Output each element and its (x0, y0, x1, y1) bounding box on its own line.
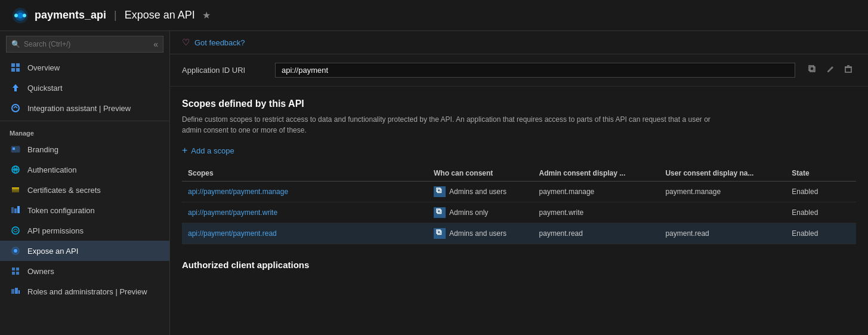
owners-label: Owners (27, 267, 54, 276)
feedback-label[interactable]: Got feedback? (194, 38, 245, 47)
col-header-state: State (786, 165, 856, 182)
sidebar-item-owners[interactable]: Owners (0, 261, 169, 281)
scope-link[interactable]: api://payment/payment.write (188, 208, 277, 217)
scopes-table: Scopes Who can consent Admin consent dis… (182, 165, 856, 244)
sidebar-item-expose-api[interactable]: Expose an API (0, 241, 169, 261)
sidebar-item-token[interactable]: Token configuration (0, 200, 169, 220)
copy-app-id-button[interactable] (805, 63, 820, 78)
copy-scope-icon[interactable] (434, 207, 446, 218)
feedback-bar: ♡ Got feedback? (170, 31, 868, 54)
token-icon (10, 204, 21, 216)
sidebar-item-branding[interactable]: Branding (0, 139, 169, 159)
delete-app-id-button[interactable] (841, 63, 856, 78)
svg-rect-29 (15, 288, 18, 294)
branding-label: Branding (27, 145, 58, 154)
svg-rect-19 (14, 208, 17, 213)
svg-point-3 (14, 14, 18, 17)
app-header: payments_api | Expose an API ★ (0, 0, 868, 31)
authentication-icon (10, 164, 21, 176)
svg-rect-5 (11, 63, 15, 67)
sidebar-item-quickstart[interactable]: Quickstart (0, 78, 169, 98)
svg-rect-15 (12, 188, 19, 189)
scopes-description: Define custom scopes to restrict access … (182, 114, 719, 136)
sidebar-item-certificates[interactable]: Certificates & secrets (0, 180, 169, 200)
svg-rect-18 (11, 207, 14, 213)
quickstart-label: Quickstart (27, 84, 63, 93)
add-scope-label: Add a scope (191, 146, 234, 155)
svg-point-9 (12, 105, 19, 112)
scopes-title: Scopes defined by this API (182, 99, 856, 109)
search-box[interactable]: 🔍 « (6, 36, 163, 53)
svg-rect-16 (12, 189, 19, 190)
col-header-user-display: User consent display na... (659, 165, 786, 182)
expose-api-label: Expose an API (27, 247, 78, 256)
page-title: payments_api | Expose an API (35, 9, 195, 21)
table-row: api://payment/payment.manage Admins and … (182, 182, 856, 202)
sidebar-item-overview[interactable]: Overview (0, 57, 169, 78)
table-row: api://payment/payment.read Admins and us… (182, 223, 856, 244)
svg-rect-17 (12, 191, 19, 192)
quickstart-icon (10, 82, 21, 94)
state-cell: Enabled (786, 223, 856, 244)
consent-cell: Admins and users (428, 223, 533, 244)
app-id-actions (805, 63, 856, 78)
branding-icon (10, 143, 21, 155)
svg-point-4 (23, 14, 26, 17)
scope-link[interactable]: api://payment/payment.read (188, 229, 277, 238)
token-label: Token configuration (27, 206, 95, 215)
certificates-label: Certificates & secrets (27, 186, 101, 195)
svg-rect-38 (437, 188, 440, 192)
admin-display-cell: payment.write (533, 202, 660, 223)
search-input[interactable] (24, 40, 153, 48)
edit-app-id-button[interactable] (823, 63, 838, 78)
svg-rect-42 (437, 230, 440, 233)
main-content: ♡ Got feedback? Application ID URI api:/… (170, 31, 868, 335)
svg-rect-37 (438, 189, 441, 193)
consent-cell: Admins only (428, 202, 533, 223)
consent-value: Admins only (449, 208, 488, 217)
admin-display-cell: payment.manage (533, 182, 660, 202)
copy-scope-icon[interactable] (434, 186, 446, 197)
overview-label: Overview (27, 63, 60, 72)
user-display-cell: payment.read (659, 223, 786, 244)
collapse-icon[interactable]: « (153, 39, 158, 49)
state-cell: Enabled (786, 202, 856, 223)
svg-point-21 (12, 227, 19, 234)
sidebar-item-integration[interactable]: Integration assistant | Preview (0, 98, 169, 118)
roles-icon (10, 285, 21, 297)
scope-link[interactable]: api://payment/payment.manage (188, 188, 288, 196)
pin-icon[interactable]: ★ (202, 10, 211, 21)
svg-point-2 (17, 13, 23, 19)
add-scope-button[interactable]: + Add a scope (182, 145, 234, 156)
copy-scope-icon[interactable] (434, 228, 446, 239)
sidebar-item-api-permissions[interactable]: API permissions (0, 220, 169, 241)
roles-label: Roles and administrators | Preview (27, 287, 147, 296)
app-icon (12, 7, 29, 24)
svg-rect-39 (438, 210, 441, 214)
svg-rect-40 (437, 209, 440, 213)
scope-cell: api://payment/payment.write (182, 202, 428, 223)
svg-rect-8 (16, 68, 20, 72)
integration-label: Integration assistant | Preview (27, 104, 131, 113)
svg-rect-31 (810, 67, 815, 72)
svg-rect-25 (16, 268, 19, 271)
user-display-cell (659, 202, 786, 223)
main-layout: 🔍 « Overview Quickstart (0, 31, 868, 335)
svg-rect-26 (12, 272, 15, 275)
app-id-section: Application ID URI api://payment (170, 54, 868, 87)
expose-api-icon (10, 245, 21, 257)
col-header-scopes: Scopes (182, 165, 428, 182)
svg-rect-30 (18, 290, 20, 294)
svg-rect-7 (11, 68, 15, 72)
svg-rect-24 (12, 268, 15, 271)
col-header-consent: Who can consent (428, 165, 533, 182)
certificates-icon (10, 184, 21, 196)
app-id-value[interactable]: api://payment (275, 63, 795, 78)
api-permissions-icon (10, 225, 21, 236)
app-id-label: Application ID URI (182, 66, 265, 75)
sidebar-item-roles[interactable]: Roles and administrators | Preview (0, 281, 169, 302)
sidebar-item-authentication[interactable]: Authentication (0, 159, 169, 180)
authorized-title: Authorized client applications (182, 260, 856, 270)
svg-rect-41 (438, 231, 441, 235)
manage-section-label: Manage (0, 124, 169, 139)
